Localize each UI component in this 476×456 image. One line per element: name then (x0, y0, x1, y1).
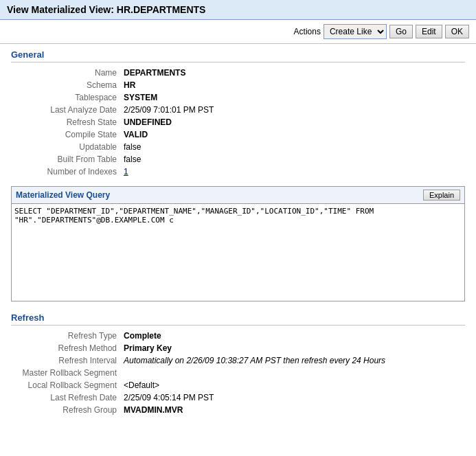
general-section: General Name DEPARTMENTS Schema HR Table… (0, 44, 476, 183)
query-textarea[interactable] (14, 207, 462, 296)
name-row: Name DEPARTMENTS (11, 67, 465, 79)
built-from-table-row: Built From Table false (11, 153, 465, 166)
tablespace-value: SYSTEM (121, 91, 465, 104)
edit-button[interactable]: Edit (416, 25, 442, 38)
query-section-title: Materialized View Query (16, 190, 110, 200)
refresh-interval-row: Refresh Interval Automatically on 2/26/0… (11, 354, 465, 367)
query-header: Materialized View Query Explain (12, 187, 464, 204)
general-section-title: General (11, 49, 465, 62)
number-of-indexes-value[interactable]: 1 (121, 166, 465, 178)
schema-row: Schema HR (11, 79, 465, 91)
refresh-group-row: Refresh Group MVADMIN.MVR (11, 404, 465, 416)
last-refresh-date-row: Last Refresh Date 2/25/09 4:05:14 PM PST (11, 391, 465, 404)
refresh-type-value: Complete (121, 330, 465, 342)
query-body (12, 204, 464, 301)
refresh-state-row: Refresh State UNDEFINED (11, 116, 465, 128)
query-section: Materialized View Query Explain (11, 186, 465, 301)
tablespace-label: Tablespace (11, 91, 121, 104)
updatable-row: Updatable false (11, 141, 465, 153)
compile-state-label: Compile State (11, 128, 121, 141)
refresh-type-row: Refresh Type Complete (11, 330, 465, 342)
number-of-indexes-row: Number of Indexes 1 (11, 166, 465, 178)
master-rollback-row: Master Rollback Segment (11, 367, 465, 379)
schema-value: HR (121, 79, 465, 91)
last-analyze-date-value: 2/25/09 7:01:01 PM PST (121, 104, 465, 116)
name-value: DEPARTMENTS (121, 67, 465, 79)
refresh-type-label: Refresh Type (11, 330, 121, 342)
explain-button[interactable]: Explain (423, 190, 460, 201)
name-label: Name (11, 67, 121, 79)
refresh-group-value: MVADMIN.MVR (121, 404, 465, 416)
local-rollback-row: Local Rollback Segment <Default> (11, 379, 465, 391)
number-of-indexes-label: Number of Indexes (11, 166, 121, 178)
toolbar: Actions Create Like Edit Drop Go Edit OK (0, 20, 476, 44)
refresh-state-label: Refresh State (11, 116, 121, 128)
actions-label: Actions (294, 27, 321, 36)
refresh-method-row: Refresh Method Primary Key (11, 342, 465, 354)
built-from-table-label: Built From Table (11, 153, 121, 166)
refresh-method-value: Primary Key (121, 342, 465, 354)
refresh-interval-value: Automatically on 2/26/09 10:38:27 AM PST… (121, 354, 465, 367)
refresh-group-label: Refresh Group (11, 404, 121, 416)
built-from-table-value: false (121, 153, 465, 166)
ok-button[interactable]: OK (445, 25, 469, 38)
schema-label: Schema (11, 79, 121, 91)
actions-select[interactable]: Create Like Edit Drop (324, 24, 387, 39)
refresh-interval-label: Refresh Interval (11, 354, 121, 367)
refresh-state-value: UNDEFINED (121, 116, 465, 128)
refresh-method-label: Refresh Method (11, 342, 121, 354)
refresh-section: Refresh Refresh Type Complete Refresh Me… (0, 307, 476, 422)
general-info-table: Name DEPARTMENTS Schema HR Tablespace SY… (11, 67, 465, 178)
compile-state-row: Compile State VALID (11, 128, 465, 141)
page-title: View Materialized View: HR.DEPARTMENTS (0, 0, 476, 20)
tablespace-row: Tablespace SYSTEM (11, 91, 465, 104)
last-refresh-date-value: 2/25/09 4:05:14 PM PST (121, 391, 465, 404)
refresh-info-table: Refresh Type Complete Refresh Method Pri… (11, 330, 465, 416)
master-rollback-value (121, 367, 465, 379)
master-rollback-label: Master Rollback Segment (11, 367, 121, 379)
last-analyze-date-row: Last Analyze Date 2/25/09 7:01:01 PM PST (11, 104, 465, 116)
go-button[interactable]: Go (389, 25, 413, 38)
updatable-value: false (121, 141, 465, 153)
last-analyze-date-label: Last Analyze Date (11, 104, 121, 116)
local-rollback-label: Local Rollback Segment (11, 379, 121, 391)
last-refresh-date-label: Last Refresh Date (11, 391, 121, 404)
compile-state-value: VALID (121, 128, 465, 141)
updatable-label: Updatable (11, 141, 121, 153)
refresh-section-title: Refresh (11, 312, 465, 326)
local-rollback-value: <Default> (121, 379, 465, 391)
